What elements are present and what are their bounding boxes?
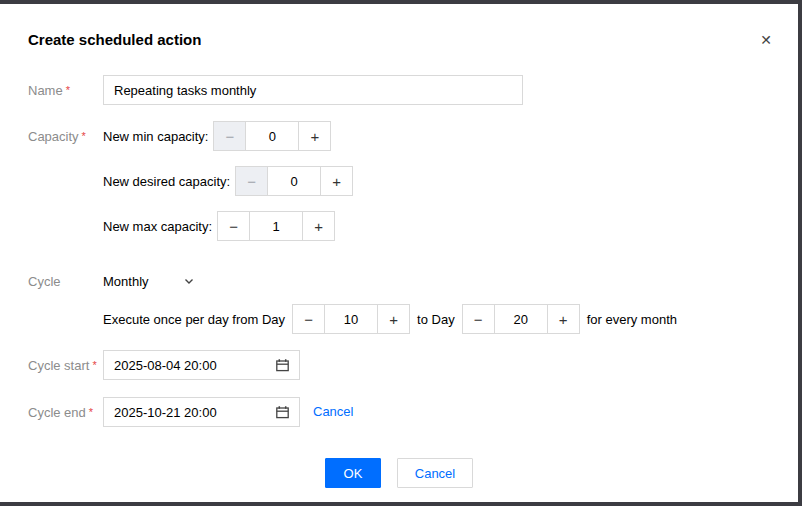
cycle-end-value: 2025-10-21 20:00	[114, 405, 217, 420]
cycle-end-datetime-input[interactable]: 2025-10-21 20:00	[103, 397, 300, 427]
minus-button[interactable]: −	[292, 304, 325, 334]
minus-button[interactable]: −	[213, 121, 246, 151]
cycle-end-row: Cycle end* 2025-10-21 20:00 Cancel	[28, 397, 770, 428]
chevron-down-icon	[183, 275, 195, 287]
min-capacity-value[interactable]	[246, 121, 298, 151]
capacity-row: Capacity* New min capacity: − + New desi…	[28, 121, 770, 241]
close-icon[interactable]: ✕	[760, 33, 772, 47]
cycle-label: Cycle	[28, 267, 103, 297]
cycle-start-datetime-input[interactable]: 2025-08-04 20:00	[103, 350, 300, 380]
calendar-icon	[275, 358, 290, 373]
plus-button[interactable]: +	[302, 211, 335, 241]
min-capacity-label: New min capacity:	[103, 129, 208, 144]
to-day-stepper: − +	[462, 304, 580, 334]
from-day-stepper: − +	[292, 304, 410, 334]
capacity-steppers: New min capacity: − + New desired capaci…	[103, 121, 353, 241]
execute-schedule-row: Execute once per day from Day − + to Day…	[103, 304, 677, 334]
max-capacity-stepper: − +	[217, 211, 335, 241]
dialog-title: Create scheduled action	[28, 31, 201, 48]
cycle-select[interactable]: Monthly	[103, 267, 195, 295]
cycle-end-label: Cycle end*	[28, 397, 103, 428]
required-asterisk: *	[92, 359, 96, 371]
dialog-footer: OK Cancel	[0, 458, 798, 488]
execute-suffix-text: for every month	[587, 312, 677, 327]
name-input[interactable]	[103, 75, 523, 105]
desired-capacity-row: New desired capacity: − +	[103, 166, 353, 196]
max-capacity-value[interactable]	[250, 211, 302, 241]
max-capacity-label: New max capacity:	[103, 219, 212, 234]
required-asterisk: *	[82, 130, 86, 142]
ok-button[interactable]: OK	[325, 458, 381, 488]
required-asterisk: *	[66, 84, 70, 96]
name-label: Name*	[28, 75, 103, 106]
min-capacity-row: New min capacity: − +	[103, 121, 353, 151]
to-day-text: to Day	[417, 312, 455, 327]
create-scheduled-action-dialog: Create scheduled action ✕ Name* Capacity…	[0, 0, 802, 506]
cancel-button[interactable]: Cancel	[397, 458, 473, 488]
cycle-start-value: 2025-08-04 20:00	[114, 358, 217, 373]
cancel-cycle-end-link[interactable]: Cancel	[313, 397, 353, 427]
cycle-row: Cycle Monthly Execute once per day from …	[28, 267, 770, 334]
to-day-value[interactable]	[495, 304, 547, 334]
max-capacity-row: New max capacity: − +	[103, 211, 353, 241]
calendar-icon	[275, 405, 290, 420]
minus-button[interactable]: −	[217, 211, 250, 241]
minus-button[interactable]: −	[462, 304, 495, 334]
execute-prefix-text: Execute once per day from Day	[103, 312, 285, 327]
plus-button[interactable]: +	[320, 166, 353, 196]
plus-button[interactable]: +	[298, 121, 331, 151]
plus-button[interactable]: +	[547, 304, 580, 334]
plus-button[interactable]: +	[377, 304, 410, 334]
cycle-settings: Monthly Execute once per day from Day − …	[103, 267, 677, 334]
desired-capacity-stepper: − +	[235, 166, 353, 196]
cycle-start-label: Cycle start*	[28, 350, 103, 381]
dialog-form: Name* Capacity* New min capacity: − + Ne…	[0, 75, 798, 428]
dialog-header: Create scheduled action ✕	[0, 4, 798, 48]
desired-capacity-label: New desired capacity:	[103, 174, 230, 189]
name-row: Name*	[28, 75, 770, 106]
minus-button[interactable]: −	[235, 166, 268, 196]
required-asterisk: *	[89, 406, 93, 418]
from-day-value[interactable]	[325, 304, 377, 334]
desired-capacity-value[interactable]	[268, 166, 320, 196]
cycle-selected-option: Monthly	[103, 274, 149, 289]
capacity-label: Capacity*	[28, 121, 103, 152]
min-capacity-stepper: − +	[213, 121, 331, 151]
cycle-start-row: Cycle start* 2025-08-04 20:00	[28, 350, 770, 381]
